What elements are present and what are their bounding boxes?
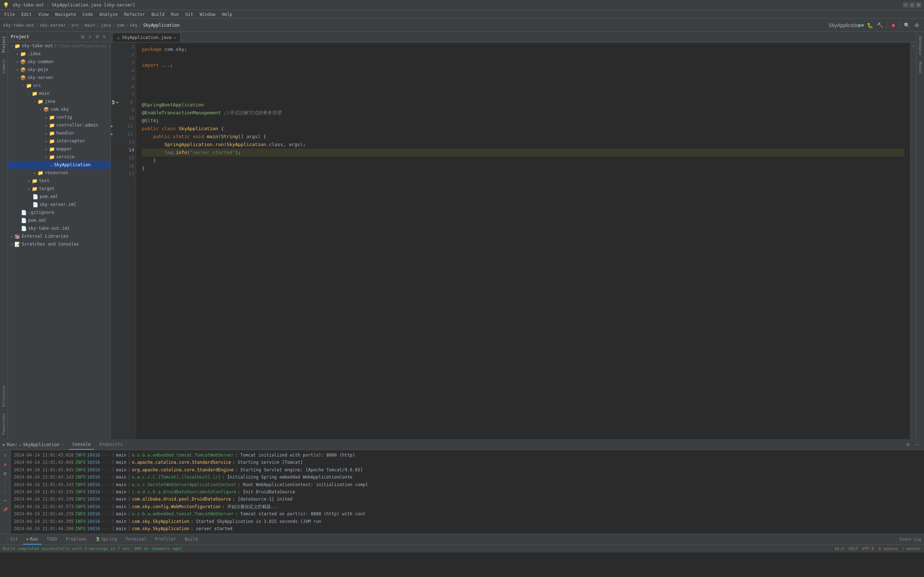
run-button[interactable]: ▶ — [855, 21, 864, 29]
favorites-tab[interactable]: Favorites — [0, 410, 7, 438]
maximize-button[interactable]: □ — [909, 3, 914, 8]
commit-tab[interactable]: Commit — [0, 56, 7, 76]
console-wrap-btn[interactable]: ↩ — [2, 496, 10, 504]
sidebar-collapse-btn[interactable]: ≡ — [87, 34, 93, 40]
tree-item-target[interactable]: ▶ 📁 target — [8, 185, 110, 193]
bottom-minimize-btn[interactable]: ─ — [913, 441, 921, 449]
sidebar-controls[interactable]: ⊞ ≡ ⚙ ✕ — [79, 34, 108, 40]
tree-item-takeout-iml[interactable]: 📄 sky-take-out.iml — [8, 224, 110, 232]
indent-info[interactable]: 4 spaces — [879, 546, 898, 551]
tree-item-sky-common[interactable]: ▶ 📦 sky-common — [8, 58, 110, 66]
git-branch[interactable]: ⑂ master — [902, 546, 921, 551]
tree-item-sky-pojo[interactable]: ▶ 📦 sky-pojo — [8, 66, 110, 74]
stop-button[interactable]: ■ — [889, 21, 898, 29]
tree-item-config[interactable]: ▶ 📁 config — [8, 113, 110, 121]
menu-git[interactable]: Git — [183, 11, 196, 18]
menu-help[interactable]: Help — [219, 11, 235, 18]
footer-tab-run[interactable]: ▶ Run — [23, 534, 42, 545]
footer-tab-problems[interactable]: Problems — [62, 534, 90, 545]
breadcrumb-project[interactable]: sky-take-out — [3, 23, 34, 28]
tree-item-com-sky[interactable]: ▾ 📦 com.sky — [8, 105, 110, 113]
sidebar-close-btn[interactable]: ✕ — [101, 34, 108, 40]
sidebar-expand-btn[interactable]: ⊞ — [79, 34, 86, 40]
line-sep[interactable]: CRLF — [848, 546, 858, 551]
footer-tab-spring[interactable]: 🍃 Spring — [92, 534, 121, 545]
tree-item-service[interactable]: ▶ 📁 service — [8, 153, 110, 161]
tree-item-interceptor[interactable]: ▶ 📁 interceptor — [8, 137, 110, 145]
footer-tab-profiler[interactable]: Profiler — [152, 534, 180, 545]
sidebar-settings-btn[interactable]: ⚙ — [94, 34, 100, 40]
breadcrumb-main[interactable]: main — [84, 23, 95, 28]
breadcrumb-server[interactable]: sky-server — [40, 23, 66, 28]
search-everywhere[interactable]: 🔍 — [902, 21, 911, 29]
menu-analyze[interactable]: Analyze — [96, 11, 121, 18]
footer-tab-build[interactable]: Build — [181, 534, 201, 545]
spring-boot-gutter-icon[interactable]: 🍃 — [111, 100, 116, 105]
tree-item-pom-root[interactable]: 📄 pom.xml — [8, 216, 110, 224]
editor-tab-close[interactable]: ✕ — [174, 36, 176, 40]
run-gutter-icon[interactable]: ▶ — [116, 100, 119, 105]
tree-item-root[interactable]: ▾ 📁 sky-take-out D:\Code\IdeaProjects\sk… — [8, 42, 110, 50]
event-log-label[interactable]: Event Log — [900, 537, 921, 542]
maven-tab[interactable]: Maven — [917, 59, 924, 76]
tree-item-resources[interactable]: ▶ 📁 resources — [8, 169, 110, 177]
menu-edit[interactable]: Edit — [18, 11, 35, 18]
footer-tab-todo[interactable]: TODO — [43, 534, 61, 545]
run-config-dropdown[interactable]: SkyApplication ▾ — [842, 21, 851, 29]
menu-window[interactable]: Window — [197, 11, 218, 18]
menu-code[interactable]: Code — [80, 11, 96, 18]
bottom-panel-controls[interactable]: ⚙ ─ — [904, 441, 921, 449]
bottom-tab-console[interactable]: Console — [69, 440, 95, 450]
console-rerun-btn[interactable]: ↺ — [2, 451, 10, 459]
breadcrumb-src[interactable]: src — [71, 23, 79, 28]
tree-item-mapper[interactable]: ▶ 📁 mapper — [8, 145, 110, 153]
footer-tab-terminal[interactable]: Terminal — [122, 534, 150, 545]
tree-item-test[interactable]: ▶ 📁 test — [8, 177, 110, 185]
title-bar-controls[interactable]: ─ □ ✕ — [903, 3, 921, 8]
project-tab[interactable]: Project — [0, 33, 7, 56]
console-stop-btn[interactable]: ■ — [2, 461, 10, 469]
console-clear-btn[interactable]: 🗑 — [2, 469, 10, 477]
tree-item-main[interactable]: ▾ 📁 main — [8, 89, 110, 97]
project-tree[interactable]: ▾ 📁 sky-take-out D:\Code\IdeaProjects\sk… — [8, 42, 110, 439]
database-tab[interactable]: Database — [917, 33, 924, 58]
console-scroll-up-btn[interactable]: ↑ — [2, 488, 10, 495]
tree-item-sky-server[interactable]: ▾ 📦 sky-server — [8, 74, 110, 82]
run-close-btn[interactable]: ✕ — [63, 443, 65, 446]
console-pin-btn[interactable]: 📌 — [2, 506, 10, 514]
editor-tab-skyapplication[interactable]: ☕ SkyApplication.java ✕ — [112, 33, 181, 42]
code-editor[interactable]: package com.sky; import ...; @SpringBoot… — [136, 43, 910, 439]
tree-item-java[interactable]: ▾ 📁 java — [8, 97, 110, 105]
menu-run[interactable]: Run — [168, 11, 182, 18]
class-run-gutter[interactable]: ▶ — [111, 124, 113, 128]
debug-button[interactable]: 🐛 — [866, 21, 874, 29]
menu-file[interactable]: File — [2, 11, 18, 18]
tree-item-handler[interactable]: ▶ 📁 handler — [8, 129, 110, 137]
footer-tab-git[interactable]: ⑂ Git — [3, 534, 22, 545]
settings-button[interactable]: ⚙ — [913, 21, 921, 29]
bottom-settings-btn[interactable]: ⚙ — [904, 441, 912, 449]
breadcrumb-class[interactable]: SkyApplication — [143, 23, 179, 28]
menu-view[interactable]: View — [36, 11, 52, 18]
tree-item-controller[interactable]: ▶ 📁 controller.admin — [8, 121, 110, 129]
breadcrumb-sky[interactable]: sky — [130, 23, 138, 28]
build-button[interactable]: 🔨 — [876, 21, 884, 29]
close-button[interactable]: ✕ — [916, 3, 921, 8]
tree-item-pom-server[interactable]: 📄 pom.xml — [8, 193, 110, 200]
structure-tab[interactable]: Structure — [0, 383, 7, 410]
menu-navigate[interactable]: Navigate — [52, 11, 79, 18]
cursor-position[interactable]: 16:2 — [835, 546, 844, 551]
tree-item-skyapplication[interactable]: ☕ SkyApplication — [8, 161, 110, 169]
console-scroll-end-btn[interactable]: ↓ — [2, 479, 10, 487]
tree-item-idea[interactable]: ▶ 📁 .idea — [8, 50, 110, 58]
tree-item-scratches[interactable]: ▶ 📝 Scratches and Consoles — [8, 240, 110, 248]
tree-item-server-iml[interactable]: 📄 sky-server.iml — [8, 200, 110, 208]
menu-refactor[interactable]: Refactor — [121, 11, 148, 18]
main-run-gutter[interactable]: ▶ — [111, 132, 113, 136]
breadcrumb-java[interactable]: java — [100, 23, 111, 28]
bottom-tab-endpoints[interactable]: Endpoints — [96, 440, 126, 450]
tree-item-gitignore[interactable]: 📄 .gitignore — [8, 208, 110, 216]
tree-item-ext-libs[interactable]: ▶ 📚 External Libraries — [8, 232, 110, 240]
breadcrumb-com[interactable]: com — [116, 23, 124, 28]
minimize-button[interactable]: ─ — [903, 3, 908, 8]
